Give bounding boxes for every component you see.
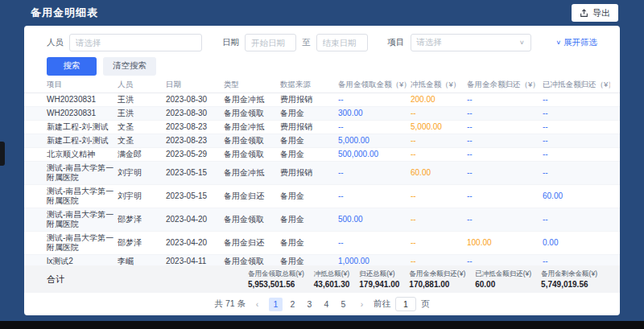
date-cell: 2023-05-15 — [166, 190, 222, 203]
project-cell: 测试-南昌大学第一附属医院 — [47, 208, 116, 231]
project-cell: 测试-南昌大学第一附属医院 — [47, 162, 116, 184]
amount-cell: 500.00 — [338, 213, 409, 226]
person-cell: 邵梦泽 — [118, 213, 164, 226]
source-cell: 费用报销 — [280, 167, 336, 179]
table-row[interactable]: 测试-南昌大学第一附属医院刘宇明2023-05-15备用金冲抵费用报销--60.… — [24, 162, 620, 185]
person-cell: 刘宇明 — [118, 167, 164, 179]
source-cell: 费用报销 — [280, 93, 336, 106]
amount-cell: -- — [467, 213, 541, 226]
person-cell: 王洪 — [118, 107, 164, 120]
column-header: 数据来源 — [280, 80, 336, 90]
summary-item: 备用金领取总额(¥)5,953,501.56 — [248, 269, 304, 289]
type-cell: 备用金冲抵 — [224, 121, 279, 134]
person-filter-label: 人员 — [47, 37, 64, 48]
summary-items: 备用金领取总额(¥)5,953,501.56冲抵总额(¥)43,601.30归还… — [248, 269, 597, 289]
goto-page-input[interactable] — [395, 297, 416, 311]
prev-page-button[interactable]: ‹ — [250, 298, 264, 311]
summary-item: 已冲抵金额归还(¥)60.00 — [475, 269, 531, 289]
amount-cell: -- — [467, 190, 541, 203]
expand-filters-link[interactable]: ∨ 展开筛选 — [555, 37, 597, 48]
page-number-button[interactable]: 5 — [336, 298, 350, 311]
column-header: 类型 — [224, 80, 279, 90]
amount-cell: -- — [467, 148, 541, 161]
export-icon — [580, 9, 588, 18]
amount-cell: -- — [467, 255, 541, 265]
amount-cell: -- — [411, 213, 465, 226]
page-number-button[interactable]: 1 — [269, 298, 283, 311]
date-cell: 2023-08-30 — [166, 93, 222, 106]
amount-cell: -- — [411, 236, 465, 249]
table-row[interactable]: 北京顺义精神满金郎2023-05-29备用金领取备用金500,000.00---… — [24, 148, 620, 162]
date-cell: 2023-04-11 — [166, 255, 222, 265]
project-filter-select[interactable]: 请选择 ∨ — [411, 34, 531, 51]
table-row[interactable]: 测试-南昌大学第一附属医院刘宇明2023-05-15备用金归还备用金------… — [24, 185, 620, 208]
petty-cash-detail-page: 备用金明细表 导出 人员 日期 至 项目 请选择 ∨ ∨ 展开筛选 — [0, 0, 644, 329]
amount-cell: -- — [543, 134, 610, 147]
table-row[interactable]: WH20230831王洪2023-08-30备用金冲抵费用报销--200.00-… — [24, 93, 620, 107]
pagination-total-text: 共 71 条 — [214, 298, 246, 310]
top-bar: 备用金明细表 导出 — [0, 0, 644, 26]
project-cell: 新建工程-刘-测试 — [47, 121, 116, 134]
page-number-button[interactable]: 3 — [303, 298, 316, 311]
source-cell: 费用报销 — [280, 121, 336, 134]
project-cell: lx测试2 — [47, 255, 116, 265]
person-cell: 文圣 — [118, 134, 164, 147]
date-cell: 2023-04-20 — [166, 213, 222, 226]
person-filter-input[interactable] — [69, 34, 202, 51]
amount-cell: -- — [411, 255, 465, 265]
amount-cell: -- — [543, 213, 610, 226]
amount-cell: 60.00 — [543, 190, 610, 203]
source-cell: 备用金 — [280, 134, 336, 147]
column-header: 备用金领取金额（¥） — [338, 80, 409, 90]
table-row[interactable]: 测试-南昌大学第一附属医院邵梦泽2023-04-20备用金归还备用金----10… — [24, 232, 620, 255]
amount-cell: -- — [543, 121, 610, 134]
project-cell: WH20230831 — [47, 93, 116, 106]
type-cell: 备用金领取 — [224, 107, 279, 120]
source-cell: 备用金 — [280, 213, 336, 226]
page-number-list: 12345 — [269, 298, 350, 311]
date-start-input[interactable] — [245, 34, 296, 51]
date-filter-label: 日期 — [222, 37, 239, 48]
amount-cell: 200.00 — [411, 93, 465, 106]
next-page-button[interactable]: › — [355, 298, 369, 311]
table-row[interactable]: 新建工程-刘-测试文圣2023-08-23备用金冲抵费用报销--5,000.00… — [24, 121, 620, 134]
type-cell: 备用金领取 — [224, 148, 279, 161]
table-row[interactable]: WH20230831王洪2023-08-30备用金领取备用金300.00----… — [24, 107, 620, 121]
amount-cell: -- — [543, 255, 610, 265]
pagination-bar: 共 71 条 ‹ 12345 › 前往 页 — [24, 293, 620, 315]
table-row[interactable]: lx测试2李崛2023-04-11备用金领取备用金1,000.00------ — [24, 255, 620, 265]
person-cell: 王洪 — [118, 93, 164, 106]
table-row[interactable]: 新建工程-刘-测试文圣2023-08-23备用金领取备用金5,000.00---… — [24, 134, 620, 148]
amount-cell: -- — [543, 167, 610, 179]
summary-item-value: 5,749,019.56 — [541, 280, 597, 289]
amount-cell: -- — [338, 93, 409, 106]
summary-item-value: 43,601.30 — [314, 280, 350, 289]
chevron-down-icon: ∨ — [519, 39, 525, 46]
summary-item: 归还总额(¥)179,941.00 — [359, 269, 399, 289]
date-cell: 2023-05-15 — [166, 167, 222, 179]
search-button[interactable]: 搜索 — [47, 57, 97, 76]
page-title: 备用金明细表 — [31, 6, 98, 20]
column-header: 已冲抵金额归还（¥） — [543, 80, 610, 90]
drawer-handle[interactable] — [0, 142, 5, 166]
type-cell: 备用金领取 — [224, 255, 279, 265]
clear-search-button[interactable]: 清空搜索 — [103, 57, 156, 76]
summary-item-label: 归还总额(¥) — [359, 269, 399, 279]
date-cell: 2023-04-20 — [166, 236, 222, 249]
amount-cell: 0.00 — [543, 236, 610, 249]
summary-item: 备用金剩余金额(¥)5,749,019.56 — [541, 269, 597, 289]
person-cell: 满金郎 — [118, 148, 164, 161]
export-button[interactable]: 导出 — [572, 4, 618, 22]
project-filter-label: 项目 — [388, 37, 405, 48]
summary-total-label: 合计 — [47, 273, 64, 286]
date-end-input[interactable] — [316, 34, 368, 51]
type-cell: 备用金归还 — [224, 236, 279, 249]
amount-cell: -- — [338, 121, 409, 134]
date-cell: 2023-08-23 — [166, 134, 222, 147]
table-row[interactable]: 测试-南昌大学第一附属医院邵梦泽2023-04-20备用金领取备用金500.00… — [24, 208, 620, 232]
amount-cell: 1,000.00 — [338, 255, 409, 265]
table-header-row: 项目人员日期类型数据来源备用金领取金额（¥）冲抵金额（¥）备用金余额归还（¥）已… — [24, 77, 620, 93]
date-cell: 2023-08-23 — [166, 121, 222, 134]
page-number-button[interactable]: 4 — [320, 298, 333, 311]
page-number-button[interactable]: 2 — [286, 298, 299, 311]
